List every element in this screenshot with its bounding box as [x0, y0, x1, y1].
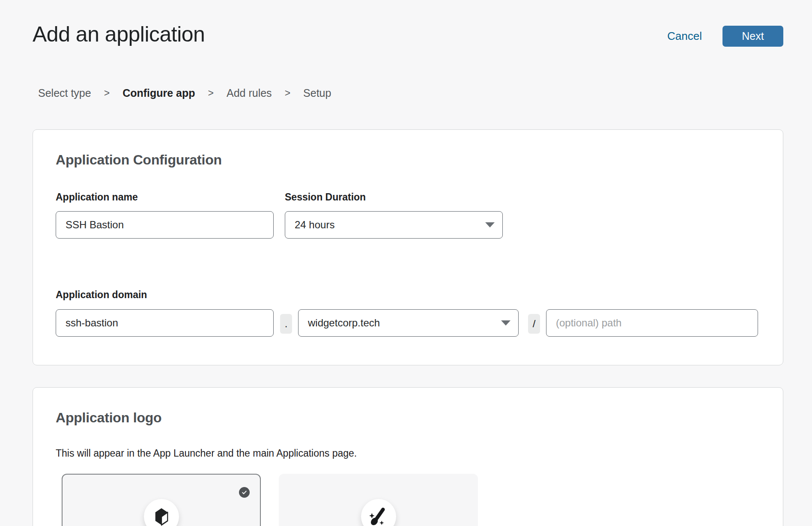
logo-option-default[interactable]: [62, 474, 261, 526]
breadcrumb-setup[interactable]: Setup: [303, 87, 331, 99]
session-duration-select[interactable]: 24 hours: [285, 211, 503, 239]
domain-slash-separator: /: [528, 314, 540, 334]
application-name-field: Application name: [56, 191, 274, 239]
domain-dot-separator: .: [280, 314, 292, 334]
config-row-1: Application name Session Duration 24 hou…: [56, 191, 760, 239]
logo-options-row: [62, 474, 760, 526]
header-actions: Cancel Next: [667, 26, 783, 47]
application-name-input[interactable]: [56, 211, 274, 239]
application-name-label: Application name: [56, 191, 274, 203]
page-header: Add an application Cancel Next: [33, 24, 783, 48]
breadcrumb-separator-3: >: [285, 87, 290, 99]
logo-card-heading: Application logo: [56, 410, 760, 426]
paintbrush-icon: [368, 506, 389, 526]
domain-select[interactable]: widgetcorp.tech: [298, 309, 519, 337]
cube-icon: [153, 506, 170, 526]
logo-card-description: This will appear in the App Launcher and…: [56, 448, 760, 459]
page-title: Add an application: [33, 22, 205, 47]
application-domain-label: Application domain: [56, 289, 760, 301]
breadcrumb-select-type[interactable]: Select type: [38, 87, 91, 99]
logo-option-custom[interactable]: [279, 474, 478, 526]
config-card-heading: Application Configuration: [56, 152, 760, 168]
breadcrumb: Select type > Configure app > Add rules …: [38, 87, 331, 99]
application-domain-row: . widgetcorp.tech /: [56, 309, 760, 337]
chevron-down-icon: [485, 222, 495, 227]
selected-check-badge: [239, 487, 250, 498]
breadcrumb-separator-1: >: [104, 87, 110, 99]
chevron-down-icon: [501, 320, 510, 326]
breadcrumb-separator-2: >: [208, 87, 214, 99]
check-icon: [241, 489, 248, 496]
domain-select-value: widgetcorp.tech: [308, 317, 380, 329]
next-button[interactable]: Next: [722, 26, 783, 47]
session-duration-field: Session Duration 24 hours: [285, 191, 503, 239]
cancel-button[interactable]: Cancel: [667, 30, 702, 43]
subdomain-input[interactable]: [56, 309, 274, 337]
breadcrumb-add-rules[interactable]: Add rules: [227, 87, 272, 99]
application-configuration-card: Application Configuration Application na…: [33, 129, 783, 365]
breadcrumb-configure-app[interactable]: Configure app: [122, 87, 195, 99]
session-duration-value: 24 hours: [295, 219, 334, 231]
custom-logo-circle: [361, 499, 396, 526]
default-logo-circle: [144, 499, 179, 526]
path-input[interactable]: [546, 309, 758, 337]
application-logo-card: Application logo This will appear in the…: [33, 387, 783, 526]
session-duration-label: Session Duration: [285, 191, 503, 203]
